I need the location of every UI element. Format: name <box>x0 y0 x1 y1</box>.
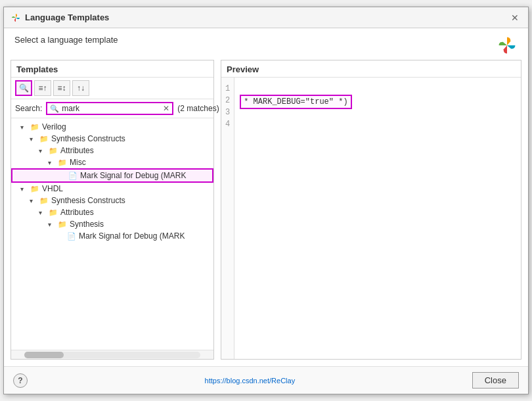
code-line-1 <box>240 83 516 95</box>
tree-node-verilog[interactable]: ▾ 📁 Verilog <box>11 121 213 133</box>
search-toggle-button[interactable]: 🔍 <box>15 80 32 96</box>
tree-node-vhdl-synthesis-sub[interactable]: ▾ 📁 Synthesis <box>11 218 213 230</box>
title-bar: Language Templates ✕ <box>4 7 528 28</box>
templates-panel: Templates 🔍 ≡↑ ≡↕ ↑↓ Search: 🔍 ✕ (2 matc… <box>11 60 214 360</box>
title-bar-left: Language Templates <box>11 12 109 23</box>
templates-header: Templates <box>11 60 213 78</box>
code-highlighted-span: * MARK_DEBUG="true" *) <box>240 95 351 109</box>
folder-icon-verilog: 📁 <box>30 122 40 131</box>
matches-count: (2 matches) <box>177 104 219 113</box>
preview-panel: Preview 1 2 3 4 * MARK_DEBUG="true" *) <box>221 60 521 360</box>
main-content: Templates 🔍 ≡↑ ≡↕ ↑↓ Search: 🔍 ✕ (2 matc… <box>4 60 528 366</box>
code-line-2: * MARK_DEBUG="true" *) <box>240 95 516 109</box>
folder-icon-vhdl-synthesis: 📁 <box>39 196 49 205</box>
preview-content[interactable]: 1 2 3 4 * MARK_DEBUG="true" *) <box>221 78 521 359</box>
search-input[interactable] <box>62 104 160 113</box>
filter-asc-button[interactable]: ≡↑ <box>34 80 51 96</box>
code-area: * MARK_DEBUG="true" *) <box>234 78 521 359</box>
brand-logo <box>497 35 518 56</box>
arrow-verilog: ▾ <box>20 124 30 131</box>
app-icon <box>11 12 21 23</box>
footer: ? https://blog.csdn.net/ReClay Close <box>4 366 528 394</box>
search-input-wrap: 🔍 ✕ <box>46 102 173 115</box>
dialog-title: Language Templates <box>25 12 109 22</box>
arrow-vhdl-synthesis: ▾ <box>30 197 39 204</box>
tree-node-mark-verilog[interactable]: 📄 Mark Signal for Debug (MARK <box>11 168 213 183</box>
templates-toolbar: 🔍 ≡↑ ≡↕ ↑↓ <box>11 78 213 99</box>
language-templates-dialog: Language Templates ✕ Select a language t… <box>3 7 529 394</box>
help-button[interactable]: ? <box>13 373 28 388</box>
tree-label-verilog: Verilog <box>42 122 66 131</box>
folder-icon-verilog-synthesis: 📁 <box>39 134 49 143</box>
arrow-mark-verilog <box>58 172 68 179</box>
tree-node-verilog-attributes[interactable]: ▾ 📁 Attributes <box>11 145 213 156</box>
url-text: https://blog.csdn.net/ReClay <box>205 377 296 385</box>
folder-icon-vhdl-attributes: 📁 <box>48 208 58 217</box>
arrow-mark-vhdl <box>57 233 66 240</box>
arrow-vhdl-synthesis-sub: ▾ <box>48 221 57 228</box>
tree-label-synthesis: Synthesis <box>70 220 104 229</box>
tree-horizontal-scrollbar[interactable] <box>11 350 213 359</box>
scrollbar-track <box>24 352 200 358</box>
window-close-button[interactable]: ✕ <box>508 11 521 24</box>
filter-both-button[interactable]: ≡↕ <box>53 80 70 96</box>
tree-label-verilog-synthesis: Synthesis Constructs <box>51 134 125 143</box>
code-line-3 <box>240 109 516 121</box>
tree-label-vhdl-synthesis: Synthesis Constructs <box>51 196 125 205</box>
arrow-misc: ▾ <box>48 159 57 166</box>
tree-label-mark-vhdl: Mark Signal for Debug (MARK <box>79 231 185 241</box>
tree-node-vhdl-attributes[interactable]: ▾ 📁 Attributes <box>11 206 213 218</box>
file-icon-mark-vhdl: 📄 <box>66 231 77 241</box>
search-clear-button[interactable]: ✕ <box>163 104 169 113</box>
subtitle-text: Select a language template <box>14 35 118 45</box>
file-icon-mark-verilog: 📄 <box>68 171 78 180</box>
scrollbar-thumb <box>24 352 64 358</box>
tree-node-vhdl-synthesis[interactable]: ▾ 📁 Synthesis Constructs <box>11 195 213 206</box>
tree-label-vhdl: VHDL <box>42 184 63 193</box>
tree-node-vhdl[interactable]: ▾ 📁 VHDL <box>11 183 213 195</box>
code-line-4 <box>240 121 516 133</box>
sort-button[interactable]: ↑↓ <box>72 80 89 96</box>
tree-label-verilog-attributes: Attributes <box>60 146 94 155</box>
tree-node-mark-vhdl[interactable]: 📄 Mark Signal for Debug (MARK <box>11 230 213 242</box>
tree-label-vhdl-attributes: Attributes <box>60 208 94 217</box>
close-dialog-button[interactable]: Close <box>472 372 519 389</box>
arrow-verilog-attributes: ▾ <box>39 147 48 154</box>
folder-icon-verilog-attributes: 📁 <box>48 146 58 155</box>
tree-area[interactable]: ▾ 📁 Verilog ▾ 📁 Synthesis Constructs ▾ 📁 <box>11 118 213 350</box>
folder-icon-misc: 📁 <box>57 158 68 167</box>
search-row: Search: 🔍 ✕ (2 matches) <box>11 99 213 118</box>
search-label: Search: <box>15 104 42 113</box>
tree-node-verilog-synthesis[interactable]: ▾ 📁 Synthesis Constructs <box>11 133 213 145</box>
tree-node-misc[interactable]: ▾ 📁 Misc <box>11 156 213 168</box>
subtitle-row: Select a language template <box>4 28 528 60</box>
arrow-verilog-synthesis: ▾ <box>30 135 39 143</box>
folder-icon-vhdl: 📁 <box>30 184 40 193</box>
tree-label-mark-verilog: Mark Signal for Debug (MARK <box>80 171 186 180</box>
preview-header: Preview <box>221 60 521 78</box>
folder-icon-vhdl-synthesis-sub: 📁 <box>57 220 68 229</box>
tree-label-misc: Misc <box>70 158 86 167</box>
arrow-vhdl: ▾ <box>20 185 30 193</box>
search-icon: 🔍 <box>50 105 59 113</box>
line-numbers: 1 2 3 4 <box>221 78 234 359</box>
arrow-vhdl-attributes: ▾ <box>39 209 48 216</box>
